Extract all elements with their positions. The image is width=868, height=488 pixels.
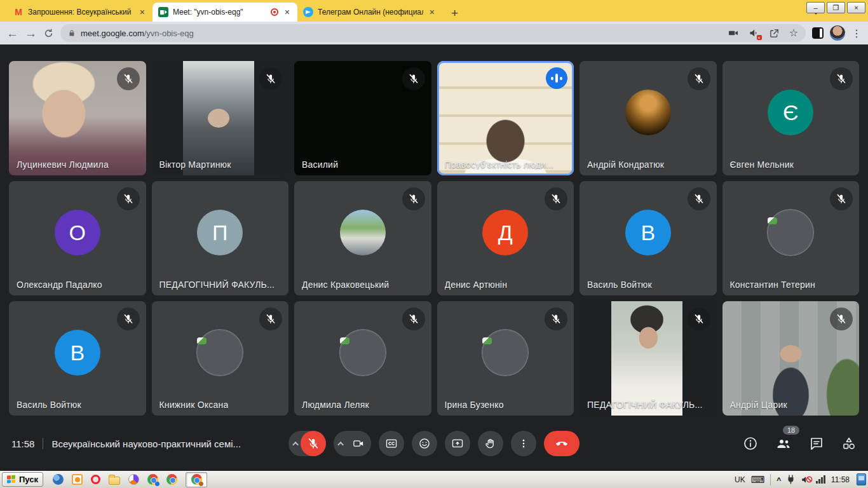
participant-tile[interactable]: В Василь Войтюк: [9, 301, 146, 416]
close-tab-icon[interactable]: ×: [138, 7, 147, 17]
participant-tile[interactable]: В Василь Войтюк: [580, 181, 717, 295]
tab-meet[interactable]: Meet: "yvn-obis-eqg" ×: [153, 3, 297, 22]
chat-icon[interactable]: [809, 436, 824, 451]
chevron-up-icon[interactable]: [292, 441, 299, 447]
keyboard-icon[interactable]: ⌨: [751, 475, 765, 484]
address-bar[interactable]: meet.google.com/yvn-obis-eqg × ☆: [60, 24, 806, 42]
camera-toggle-button[interactable]: [346, 431, 371, 456]
show-desktop-icon[interactable]: [857, 473, 866, 485]
camera-in-use-icon[interactable]: [728, 28, 739, 38]
chrome-profile1-icon[interactable]: [147, 474, 158, 485]
mic-muted-icon: [688, 308, 710, 330]
active-chrome-window-button[interactable]: [186, 472, 207, 487]
participant-name: Віктор Мартинюк: [159, 159, 231, 170]
antivirus-icon[interactable]: [128, 474, 139, 485]
speaking-indicator-icon: [546, 67, 567, 89]
participant-tile[interactable]: Правосуб'єктність люди...: [437, 61, 574, 175]
close-tab-icon[interactable]: ×: [283, 7, 292, 17]
language-indicator[interactable]: UK: [735, 475, 745, 484]
meeting-title: Всеукраїнський науково-практичний семі..…: [51, 438, 241, 449]
participants-icon[interactable]: 18: [775, 436, 792, 451]
participant-name: ПЕДАГОГІЧНИЙ ФАКУЛЬ...: [159, 280, 275, 290]
network-signal-icon[interactable]: [816, 475, 825, 484]
participant-name: Книжник Оксана: [159, 400, 229, 410]
participant-tile[interactable]: ПЕДАГОГІЧНИЙ ФАКУЛЬ...: [580, 301, 717, 416]
muted-badge: ×: [757, 35, 762, 40]
camera-control-group: [334, 431, 371, 456]
url-text: meet.google.com/yvn-obis-eqg: [81, 29, 194, 38]
tab-telegram[interactable]: Телеграм Онлайн (неофициаль ×: [297, 3, 442, 22]
participant-tile[interactable]: Андрій Кондратюк: [580, 61, 717, 175]
participant-tile[interactable]: О Олександр Падалко: [9, 181, 146, 295]
video-player-icon[interactable]: [72, 474, 83, 485]
participant-tile[interactable]: Д Денис Артюнін: [437, 181, 574, 295]
divider: [43, 438, 43, 449]
side-panel-icon[interactable]: [812, 27, 824, 39]
profile-avatar[interactable]: [830, 25, 845, 41]
browser-toolbar: ← → meet.google.com/yvn-obis-eqg × ☆: [0, 22, 868, 44]
participant-tile[interactable]: П ПЕДАГОГІЧНИЙ ФАКУЛЬ...: [152, 181, 289, 295]
restore-button[interactable]: ❐: [827, 2, 845, 13]
file-explorer-icon[interactable]: [109, 477, 120, 485]
back-button[interactable]: ←: [6, 27, 18, 39]
participant-tile[interactable]: Книжник Оксана: [152, 301, 289, 416]
meet-app: Луцинкевич Людмила Віктор Мартинюк: [0, 44, 868, 470]
reactions-button[interactable]: [412, 431, 437, 456]
quick-launch: [53, 472, 207, 487]
share-icon[interactable]: [769, 28, 780, 39]
participant-tile[interactable]: Ірина Бузенко: [437, 301, 574, 416]
participant-tile[interactable]: Віктор Мартинюк: [152, 61, 289, 175]
close-tab-icon[interactable]: ×: [428, 7, 437, 17]
avatar: В: [625, 210, 671, 255]
reload-button[interactable]: [43, 28, 54, 39]
meeting-details-icon[interactable]: [743, 436, 758, 451]
mic-muted-icon: [688, 67, 710, 90]
power-plug-icon[interactable]: [787, 475, 795, 484]
minimize-button[interactable]: –: [806, 2, 825, 13]
participant-tile[interactable]: Денис Краковецький: [294, 181, 431, 295]
start-button[interactable]: Пуск: [2, 472, 43, 487]
chevron-up-icon[interactable]: [337, 441, 344, 447]
browser-tab-strip: M Запрошення: Всеукраїнський на × Meet: …: [0, 0, 868, 22]
participant-name: Правосуб'єктність люди...: [445, 159, 554, 170]
tray-clock[interactable]: 11:58: [831, 475, 850, 484]
participant-tile[interactable]: Людмила Леляк: [294, 301, 431, 416]
participant-tile[interactable]: Є Євген Мельник: [722, 61, 860, 175]
mic-muted-icon: [402, 187, 425, 210]
mic-muted-icon: [259, 67, 282, 90]
raise-hand-button[interactable]: [478, 431, 503, 456]
participant-name: Василь Войтюк: [17, 400, 81, 410]
new-tab-button[interactable]: +: [451, 7, 458, 19]
participant-tile[interactable]: Андрій Царик: [722, 301, 860, 416]
chrome-icon[interactable]: [166, 474, 177, 485]
mic-muted-icon: [688, 187, 710, 210]
activities-icon[interactable]: [841, 436, 857, 451]
captions-button[interactable]: [379, 431, 404, 456]
close-window-button[interactable]: ×: [847, 2, 865, 13]
participant-name: ПЕДАГОГІЧНИЙ ФАКУЛЬ...: [587, 400, 703, 410]
participant-tile[interactable]: Константин Тетерин: [722, 181, 860, 295]
tab-audio-muted-icon[interactable]: ×: [749, 28, 759, 38]
participant-tile[interactable]: Василий: [294, 61, 431, 175]
media-player-icon[interactable]: [53, 474, 64, 485]
avatar: [482, 330, 528, 376]
end-call-button[interactable]: [544, 431, 580, 456]
volume-muted-icon[interactable]: [801, 475, 810, 484]
mic-toggle-button[interactable]: [301, 431, 326, 456]
show-hidden-icons[interactable]: ^: [776, 476, 781, 485]
tab-gmail[interactable]: M Запрошення: Всеукраїнський на ×: [8, 3, 153, 22]
forward-button[interactable]: →: [25, 27, 37, 39]
participant-name: Андрій Кондратюк: [587, 159, 664, 170]
tab-title: Meet: "yvn-obis-eqg": [173, 8, 266, 17]
participant-name: Людмила Леляк: [302, 400, 369, 410]
more-options-button[interactable]: [511, 431, 536, 456]
bookmark-star-icon[interactable]: ☆: [789, 28, 798, 38]
avatar: [625, 90, 671, 135]
participant-tile[interactable]: Луцинкевич Людмила: [9, 61, 146, 175]
opera-icon[interactable]: [91, 475, 100, 484]
participant-name: Олександр Падалко: [17, 280, 102, 290]
browser-menu-icon[interactable]: ⋮: [851, 27, 862, 39]
present-screen-button[interactable]: [445, 431, 470, 456]
participant-name: Ірина Бузенко: [445, 400, 504, 410]
windows-taskbar: Пуск UK ⌨ ^ 11:58: [0, 470, 868, 488]
